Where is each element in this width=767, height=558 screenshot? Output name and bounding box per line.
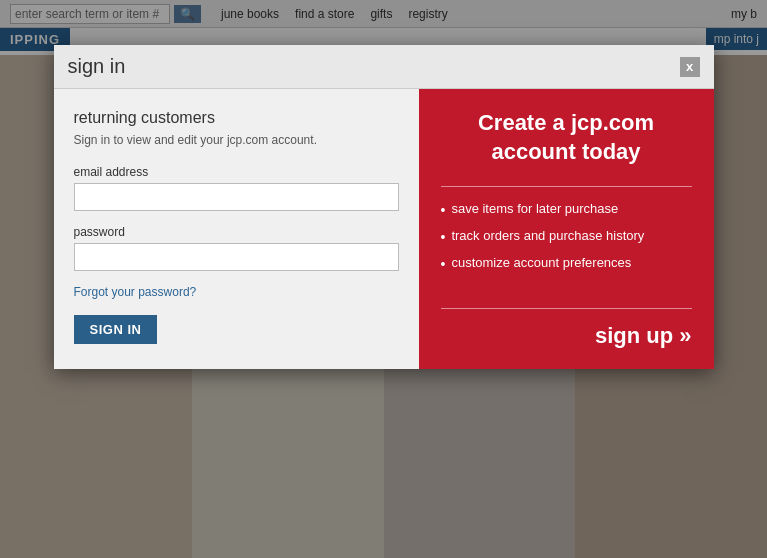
email-input[interactable] [74,183,399,211]
benefit-text-1: save items for later purchase [451,201,618,216]
password-label: password [74,225,399,239]
modal-header: sign in x [54,45,714,89]
benefit-text-3: customize account preferences [451,255,631,270]
bullet-icon-2: • [441,229,446,245]
modal-body: returning customers Sign in to view and … [54,89,714,369]
bottom-divider [441,308,692,309]
top-divider [441,186,692,187]
returning-customers-subtitle: Sign in to view and edit your jcp.com ac… [74,133,399,147]
modal-close-button[interactable]: x [680,57,700,77]
email-label: email address [74,165,399,179]
benefit-item-2: • track orders and purchase history [441,228,692,245]
bullet-icon-1: • [441,202,446,218]
benefit-item-3: • customize account preferences [441,255,692,272]
forgot-password-link[interactable]: Forgot your password? [74,285,399,299]
returning-customers-title: returning customers [74,109,399,127]
modal-right-panel: Create a jcp.com account today • save it… [419,89,714,369]
sign-in-modal: sign in x returning customers Sign in to… [54,45,714,369]
sign-in-button[interactable]: SIGN IN [74,315,158,344]
bullet-icon-3: • [441,256,446,272]
modal-title: sign in [68,55,126,78]
modal-left-panel: returning customers Sign in to view and … [54,89,419,369]
sign-up-link[interactable]: sign up » [441,323,692,349]
create-account-title: Create a jcp.com account today [441,109,692,166]
benefit-text-2: track orders and purchase history [451,228,644,243]
benefit-item-1: • save items for later purchase [441,201,692,218]
password-input[interactable] [74,243,399,271]
benefit-list: • save items for later purchase • track … [441,201,692,288]
